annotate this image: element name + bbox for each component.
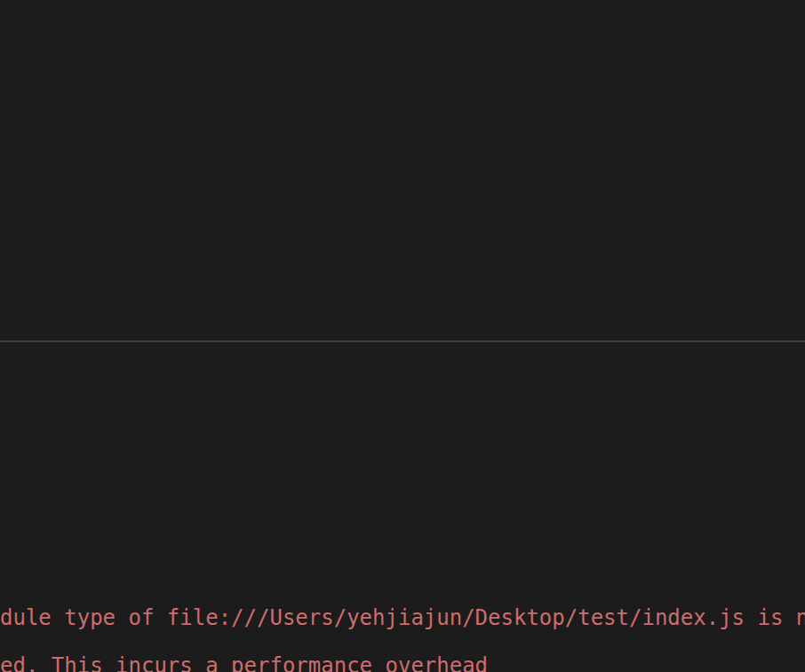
terminal-pane[interactable]: dule type of file:///Users/yehjiajun/Des… [0, 342, 805, 672]
terminal-window: dule type of file:///Users/yehjiajun/Des… [0, 0, 805, 672]
terminal-warning-line-2: ed. This incurs a performance overhead [0, 655, 488, 672]
upper-pane[interactable] [0, 0, 805, 340]
terminal-warning-line-1: dule type of file:///Users/yehjiajun/Des… [0, 607, 805, 628]
